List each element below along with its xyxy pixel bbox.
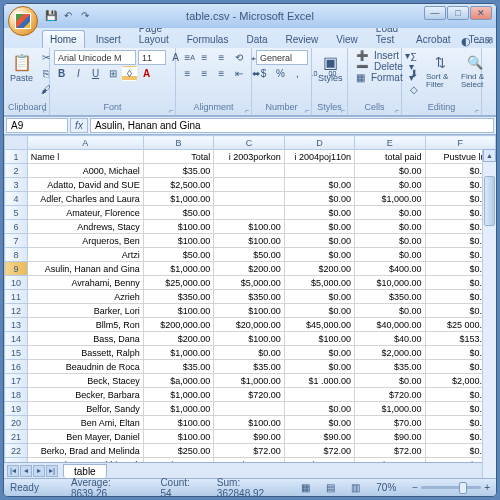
font-size-combo[interactable]: 11 — [138, 50, 166, 65]
autosum-icon[interactable]: Σ — [406, 50, 421, 65]
row-header[interactable]: 10 — [5, 276, 28, 290]
cell[interactable]: $100.00 — [143, 416, 213, 430]
cell[interactable]: $0.00 — [284, 360, 354, 374]
tab-review[interactable]: Review — [279, 31, 326, 48]
cell[interactable]: Ben Ami, Eltan — [27, 416, 143, 430]
cell[interactable]: $720.00 — [214, 388, 284, 402]
cell[interactable]: $20,000.00 — [214, 318, 284, 332]
cell[interactable]: $0.00 — [355, 164, 425, 178]
cell[interactable]: Adler, Charles and Laura — [27, 192, 143, 206]
view-break-icon[interactable]: ▥ — [351, 482, 360, 493]
cell[interactable]: $0.00 — [284, 178, 354, 192]
row-header[interactable]: 19 — [5, 402, 28, 416]
cell[interactable]: $0.00 — [284, 416, 354, 430]
fill-color-icon[interactable]: ◊ — [122, 66, 137, 81]
number-format-combo[interactable]: General — [256, 50, 308, 65]
view-layout-icon[interactable]: ▤ — [326, 482, 335, 493]
row-header[interactable]: 1 — [5, 150, 28, 164]
cell[interactable]: $35.00 — [143, 164, 213, 178]
cell[interactable]: $10,000.00 — [355, 276, 425, 290]
cell[interactable]: $70.00 — [355, 416, 425, 430]
cell[interactable]: $1,000.00 — [214, 374, 284, 388]
last-sheet-icon[interactable]: ▸| — [46, 465, 58, 477]
align-right-icon[interactable]: ≡ — [214, 66, 229, 81]
align-center-icon[interactable]: ≡ — [197, 66, 212, 81]
cell[interactable]: $250.00 — [143, 444, 213, 458]
undo-icon[interactable]: ↶ — [61, 8, 75, 22]
cell[interactable]: Beck, Stacey — [27, 374, 143, 388]
percent-icon[interactable]: % — [273, 66, 288, 81]
find-select-button[interactable]: 🔍 Find & Select — [459, 50, 491, 91]
italic-button[interactable]: I — [71, 66, 86, 81]
font-color-icon[interactable]: A — [139, 66, 154, 81]
cell[interactable]: Berko, Brad and Melinda — [27, 444, 143, 458]
zoom-in-icon[interactable]: + — [484, 482, 490, 493]
scroll-up-icon[interactable]: ▲ — [483, 149, 496, 162]
cell[interactable]: $0.00 — [355, 234, 425, 248]
cell[interactable]: $25,000.00 — [143, 276, 213, 290]
cell[interactable]: $1,000.00 — [143, 388, 213, 402]
cell[interactable]: $72.00 — [214, 444, 284, 458]
cell[interactable]: $2,000.00 — [355, 346, 425, 360]
close-button[interactable]: ✕ — [470, 6, 492, 20]
bold-button[interactable]: B — [54, 66, 69, 81]
cell[interactable]: $1,000.00 — [143, 192, 213, 206]
border-icon[interactable]: ⊞ — [105, 66, 120, 81]
cell[interactable]: $100.00 — [214, 304, 284, 318]
cell[interactable] — [214, 164, 284, 178]
save-icon[interactable]: 💾 — [44, 8, 58, 22]
office-button[interactable] — [8, 6, 38, 36]
cell[interactable]: Beaudnin de Roca — [27, 360, 143, 374]
row-header[interactable]: 12 — [5, 304, 28, 318]
cell[interactable]: $0.00 — [284, 234, 354, 248]
cell[interactable]: $200.00 — [143, 332, 213, 346]
cell[interactable]: $1,000.00 — [143, 346, 213, 360]
row-header[interactable]: 4 — [5, 192, 28, 206]
cell[interactable]: $1,000.00 — [355, 192, 425, 206]
cell[interactable]: total paid — [355, 150, 425, 164]
row-header[interactable]: 5 — [5, 206, 28, 220]
cell[interactable]: $0.00 — [284, 192, 354, 206]
cell[interactable]: $2,500.00 — [143, 178, 213, 192]
cell[interactable]: $400.00 — [355, 262, 425, 276]
cell[interactable]: Becker, Barbara — [27, 388, 143, 402]
cell[interactable]: Arqueros, Ben — [27, 234, 143, 248]
cell[interactable]: $0.00 — [284, 206, 354, 220]
tab-data[interactable]: Data — [239, 31, 274, 48]
cell[interactable]: $350.00 — [143, 290, 213, 304]
cell[interactable]: $100.00 — [143, 430, 213, 444]
cell[interactable]: $200.00 — [284, 262, 354, 276]
cell[interactable]: $0.00 — [355, 206, 425, 220]
cell[interactable] — [284, 164, 354, 178]
row-header[interactable]: 9 — [5, 262, 28, 276]
row-header[interactable]: 2 — [5, 164, 28, 178]
cell[interactable]: $100.00 — [143, 304, 213, 318]
cell[interactable]: $100.00 — [143, 220, 213, 234]
tab-home[interactable]: Home — [42, 30, 85, 48]
cell[interactable]: $5,000.00 — [284, 276, 354, 290]
align-left-icon[interactable]: ≡ — [180, 66, 195, 81]
column-header-F[interactable]: F — [425, 136, 495, 150]
orientation-icon[interactable]: ⟲ — [231, 50, 246, 65]
cell[interactable]: $0.00 — [284, 248, 354, 262]
first-sheet-icon[interactable]: |◂ — [7, 465, 19, 477]
cell[interactable] — [214, 192, 284, 206]
cell[interactable]: $40.00 — [355, 332, 425, 346]
cell[interactable]: $1,000.00 — [143, 402, 213, 416]
tab-acrobat[interactable]: Acrobat — [409, 31, 457, 48]
cell[interactable]: $200,000.00 — [143, 318, 213, 332]
column-header-C[interactable]: C — [214, 136, 284, 150]
underline-button[interactable]: U — [88, 66, 103, 81]
sheet-tab[interactable]: table — [63, 464, 107, 478]
cell[interactable]: Adatto, David and SUE — [27, 178, 143, 192]
cell[interactable]: $0.00 — [284, 346, 354, 360]
row-header[interactable]: 3 — [5, 178, 28, 192]
cell[interactable]: $0.00 — [355, 248, 425, 262]
column-header-D[interactable]: D — [284, 136, 354, 150]
minimize-button[interactable]: — — [424, 6, 446, 20]
cell[interactable]: $50.00 — [143, 206, 213, 220]
cell[interactable]: Bllm5, Ron — [27, 318, 143, 332]
indent-dec-icon[interactable]: ⇤ — [231, 66, 246, 81]
align-bottom-icon[interactable]: ≡ — [214, 50, 229, 65]
cell[interactable]: $0.00 — [284, 402, 354, 416]
